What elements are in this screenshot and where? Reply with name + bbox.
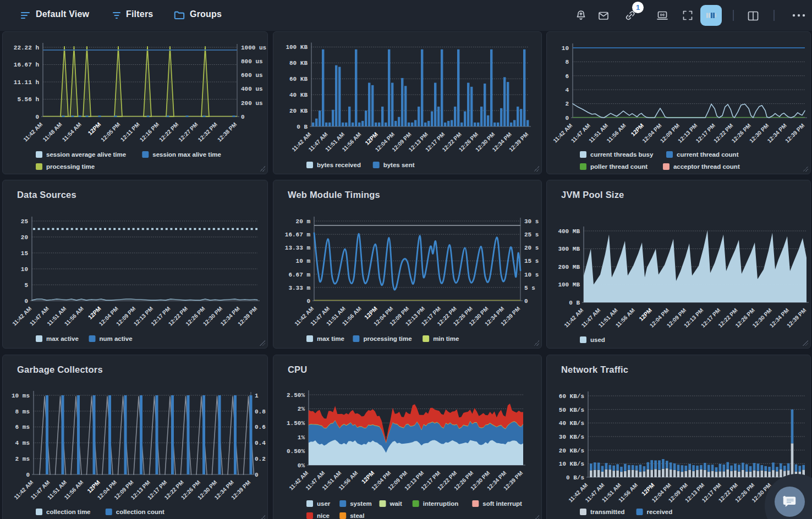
svg-text:11.11 h: 11.11 h	[14, 79, 39, 86]
svg-text:3.33 m: 3.33 m	[288, 285, 310, 291]
svg-text:soft interrupt: soft interrupt	[482, 500, 522, 507]
svg-text:0: 0	[241, 114, 245, 120]
svg-text:min time: min time	[433, 335, 459, 342]
svg-text:11:48 AM: 11:48 AM	[42, 122, 63, 143]
svg-text:80 KB: 80 KB	[289, 60, 308, 67]
svg-text:10: 10	[21, 266, 28, 273]
svg-text:20 m: 20 m	[296, 218, 311, 225]
svg-text:12PM: 12PM	[360, 470, 375, 485]
svg-text:wait: wait	[389, 500, 403, 507]
svg-text:max time: max time	[317, 335, 344, 342]
svg-text:20: 20	[21, 234, 28, 241]
svg-text:12:39 PM: 12:39 PM	[784, 123, 805, 144]
svg-text:8: 8	[565, 59, 569, 65]
svg-text:20 KB: 20 KB	[289, 108, 308, 114]
svg-text:0%: 0%	[298, 462, 305, 469]
svg-text:10 s: 10 s	[524, 272, 539, 278]
svg-text:nice: nice	[317, 512, 330, 519]
svg-text:12PM: 12PM	[364, 131, 379, 146]
svg-text:13.33 m: 13.33 m	[285, 245, 311, 251]
svg-text:30 KB/s: 30 KB/s	[559, 434, 584, 440]
svg-text:12PM: 12PM	[87, 305, 102, 321]
svg-text:0.2: 0.2	[255, 456, 266, 462]
svg-text:12PM: 12PM	[363, 305, 378, 321]
svg-text:6 ms: 6 ms	[15, 424, 30, 430]
svg-text:800 us: 800 us	[241, 58, 263, 65]
svg-text:2%: 2%	[298, 406, 305, 412]
svg-text:collection count: collection count	[116, 509, 164, 515]
svg-text:200 us: 200 us	[241, 100, 263, 107]
svg-text:0 B/s: 0 B/s	[566, 474, 584, 481]
svg-text:11:42 AM: 11:42 AM	[22, 122, 43, 143]
svg-text:100 KB: 100 KB	[286, 44, 308, 51]
svg-text:2: 2	[565, 101, 569, 107]
svg-text:collection time: collection time	[46, 509, 91, 515]
svg-text:used: used	[590, 336, 605, 343]
svg-text:16.67 h: 16.67 h	[14, 62, 39, 68]
svg-text:16.67 m: 16.67 m	[285, 231, 311, 238]
svg-text:5.56 h: 5.56 h	[17, 96, 39, 103]
svg-text:2.50%: 2.50%	[287, 392, 305, 399]
svg-text:0: 0	[306, 298, 310, 305]
svg-text:200 MB: 200 MB	[558, 264, 580, 270]
svg-text:0.4: 0.4	[255, 440, 266, 446]
svg-text:0: 0	[35, 114, 39, 120]
svg-text:12:38 PM: 12:38 PM	[216, 122, 238, 143]
svg-text:100 MB: 100 MB	[558, 281, 580, 288]
svg-text:num active: num active	[100, 335, 133, 342]
svg-text:received: received	[647, 509, 673, 515]
svg-text:1: 1	[255, 393, 259, 399]
svg-text:6.67 m: 6.67 m	[288, 272, 310, 278]
svg-text:11:56 AM: 11:56 AM	[606, 123, 627, 144]
svg-text:10 KB/s: 10 KB/s	[559, 461, 584, 467]
svg-text:0 B: 0 B	[297, 124, 308, 130]
svg-text:12:32 PM: 12:32 PM	[197, 122, 218, 143]
svg-text:40 KB: 40 KB	[289, 92, 308, 98]
svg-text:4: 4	[565, 87, 569, 93]
svg-text:5: 5	[24, 282, 28, 289]
svg-text:0.50%: 0.50%	[287, 448, 305, 455]
svg-text:0: 0	[524, 298, 528, 305]
svg-text:11:56 AM: 11:56 AM	[63, 306, 85, 327]
svg-text:12PM: 12PM	[86, 121, 102, 136]
svg-text:60 KB/s: 60 KB/s	[559, 393, 584, 400]
svg-text:12PM: 12PM	[86, 479, 101, 494]
svg-text:40 KB/s: 40 KB/s	[559, 420, 584, 427]
svg-text:0.8: 0.8	[255, 408, 266, 415]
svg-text:current thread count: current thread count	[677, 151, 739, 158]
svg-text:30 s: 30 s	[524, 218, 539, 225]
svg-text:0.6: 0.6	[255, 424, 266, 430]
svg-text:20 s: 20 s	[524, 245, 539, 251]
svg-text:12:27 PM: 12:27 PM	[177, 122, 199, 143]
svg-text:12PM: 12PM	[629, 122, 645, 137]
svg-text:interruption: interruption	[423, 500, 459, 507]
svg-text:50 KB/s: 50 KB/s	[559, 407, 584, 413]
svg-text:bytes sent: bytes sent	[383, 162, 415, 168]
svg-text:25: 25	[21, 218, 29, 225]
svg-text:0: 0	[24, 298, 28, 305]
svg-text:22.22 h: 22.22 h	[14, 45, 39, 51]
svg-text:1%: 1%	[298, 434, 305, 441]
svg-text:session average alive time: session average alive time	[46, 151, 126, 158]
svg-text:session max alive time: session max alive time	[152, 151, 221, 158]
svg-text:4 ms: 4 ms	[15, 440, 30, 446]
svg-text:0: 0	[565, 115, 569, 122]
svg-text:user: user	[317, 500, 331, 507]
svg-text:0: 0	[26, 472, 30, 478]
svg-text:10 ms: 10 ms	[12, 393, 30, 399]
svg-text:12:16 PM: 12:16 PM	[139, 122, 160, 143]
svg-text:15 s: 15 s	[524, 258, 539, 264]
svg-text:12PM: 12PM	[638, 307, 653, 322]
svg-text:20 KB/s: 20 KB/s	[559, 448, 584, 454]
svg-text:6: 6	[565, 73, 569, 80]
svg-text:current threads busy: current threads busy	[590, 151, 654, 158]
svg-text:300 MB: 300 MB	[558, 246, 580, 252]
svg-text:8 ms: 8 ms	[15, 408, 30, 415]
svg-text:400 MB: 400 MB	[558, 228, 580, 235]
svg-text:system: system	[350, 500, 372, 507]
svg-text:600 us: 600 us	[241, 72, 263, 79]
svg-text:0 B: 0 B	[569, 300, 580, 306]
svg-text:steal: steal	[350, 512, 364, 519]
svg-text:12:22 PM: 12:22 PM	[158, 122, 179, 143]
svg-text:bytes received: bytes received	[317, 162, 361, 168]
